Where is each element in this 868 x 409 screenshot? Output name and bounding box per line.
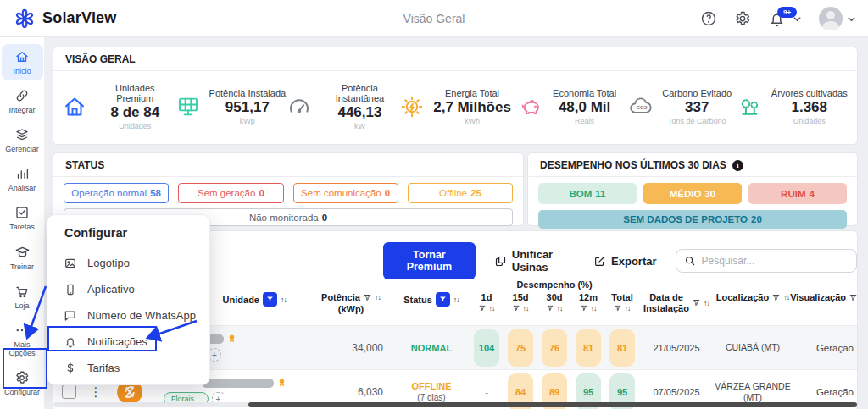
chevron-down-icon[interactable]	[847, 14, 856, 24]
premium-medal-icon	[227, 334, 236, 345]
perf-cell-30d: 76	[542, 329, 567, 367]
menu-item-label: Número de WhatsApp	[87, 309, 196, 322]
filter-icon[interactable]	[581, 305, 587, 312]
col-perf-30d[interactable]: 30d ↑↓	[537, 292, 571, 312]
perf-cell-15d: 75	[508, 329, 533, 367]
col-perf-total[interactable]: Total ↑↓	[605, 292, 639, 312]
power-cell: 6,030	[309, 386, 393, 398]
sort-icon[interactable]: ↑↓	[704, 299, 709, 307]
sort-icon[interactable]: ↑↓	[281, 296, 287, 304]
col-data-instalacao[interactable]: Data de Instalação ↑↓	[639, 292, 714, 313]
sort-icon[interactable]: ↑↓	[783, 293, 789, 301]
layers-icon	[14, 127, 30, 142]
row-checkbox[interactable]	[62, 384, 76, 399]
filter-icon[interactable]	[693, 299, 700, 307]
location-cell: VÁRZEA GRANDE (MT)	[714, 381, 792, 403]
col-visualizacao[interactable]: Visualização	[792, 292, 858, 302]
sort-icon[interactable]: ↑↓	[453, 296, 459, 304]
filter-icon[interactable]	[513, 305, 520, 312]
chip-label: RUIM	[781, 189, 805, 199]
sort-icon[interactable]: ↑↓	[375, 293, 381, 301]
solarview-logo-icon	[14, 8, 36, 30]
row-menu-icon[interactable]: ⋮	[90, 384, 103, 400]
sidebar-item-tarefas[interactable]: Tarefas	[2, 200, 43, 236]
search-input[interactable]	[702, 255, 849, 267]
perf-chip-medio[interactable]: MÉDIO 30	[643, 183, 742, 204]
filter-icon[interactable]	[615, 305, 621, 312]
sort-icon[interactable]: ↑↓	[489, 304, 495, 312]
sidebar-item-label: Integrar	[8, 106, 35, 114]
column-label: (kWp)	[338, 304, 364, 314]
sidebar-item-integrar[interactable]: Integrar	[2, 83, 43, 119]
filter-icon[interactable]	[364, 294, 371, 301]
search-box[interactable]	[676, 249, 857, 273]
filter-icon[interactable]	[436, 292, 450, 307]
stat-unit: Tons de Carbono	[662, 117, 732, 125]
status-chip-sem-comunicacao[interactable]: Sem comunicação 0	[293, 183, 398, 203]
column-label: Status	[403, 295, 432, 305]
col-perf-1d[interactable]: 1d ↑↓	[470, 292, 504, 312]
chip-count: 4	[809, 189, 814, 199]
status-chip-offline[interactable]: Offline 25	[408, 183, 513, 203]
sidebar-item-analisar[interactable]: Analisar	[2, 161, 43, 197]
menu-item-notificacoes[interactable]: Notificações	[47, 329, 209, 355]
sort-icon[interactable]: ↑↓	[625, 304, 631, 312]
stat-value: 1.368	[771, 99, 848, 116]
menu-item-aplicativo[interactable]: Aplicativo	[47, 276, 209, 302]
chip-label: Offline	[439, 188, 467, 198]
stat-unit: kW	[320, 122, 399, 130]
sidebar-item-configurar[interactable]: Configurar	[2, 365, 43, 401]
status-chip-sem-geracao[interactable]: Sem geração 0	[178, 183, 283, 203]
filter-icon[interactable]	[263, 292, 277, 307]
avatar[interactable]	[819, 7, 843, 30]
menu-item-tarifas[interactable]: Tarifas	[47, 355, 209, 381]
horizontal-scrollbar-track[interactable]	[53, 402, 858, 407]
col-status[interactable]: Status ↑↓	[393, 292, 470, 307]
help-icon[interactable]	[700, 10, 717, 27]
info-icon[interactable]: i	[732, 160, 743, 171]
col-perf-12m[interactable]: 12m ↑↓	[571, 292, 605, 312]
chip-count: 11	[595, 189, 605, 199]
user-menu[interactable]	[819, 7, 856, 30]
filter-icon[interactable]	[547, 305, 554, 312]
stat-label: Potência Instalada	[209, 88, 287, 98]
sort-icon[interactable]: ↑↓	[523, 304, 529, 312]
sidebar-item-inicio[interactable]: Inicio	[2, 44, 43, 80]
filter-icon[interactable]	[772, 294, 780, 301]
config-menu-title: Configurar	[47, 224, 209, 250]
filter-icon[interactable]	[849, 294, 857, 301]
exportar-button[interactable]: Exportar	[593, 255, 656, 268]
stat-potencia-instalada: Potência Instalada 951,17 kWp	[175, 83, 287, 130]
col-perf-15d[interactable]: 15d ↑↓	[504, 292, 537, 312]
brand[interactable]: SolarView	[14, 8, 117, 30]
status-chip-operacao-normal[interactable]: Operação normal 58	[64, 183, 169, 203]
sidebar-item-loja[interactable]: Loja	[2, 279, 43, 315]
col-localizacao[interactable]: Localização ↑↓	[714, 292, 792, 302]
settings-gear-icon[interactable]	[734, 10, 751, 27]
merge-copy-icon	[494, 255, 507, 268]
unificar-usinas-button[interactable]: Unificar Usinas	[494, 248, 575, 274]
menu-item-numero-whatsapp[interactable]: Número de WhatsApp	[47, 302, 209, 329]
power-cell: 34,000	[309, 342, 393, 354]
column-label: Visualização	[790, 292, 846, 302]
menu-item-logotipo[interactable]: Logotipo	[47, 250, 209, 276]
filter-icon[interactable]	[479, 305, 486, 312]
sort-icon[interactable]: ↑↓	[557, 304, 563, 312]
chip-label: MÉDIO	[670, 189, 702, 199]
perf-chip-bom[interactable]: BOM 11	[538, 183, 637, 204]
sidebar-item-mais-opcoes[interactable]: Mais Opções	[2, 318, 43, 362]
perf-chip-sem-dados[interactable]: SEM DADOS DE PROJETO 20	[538, 210, 847, 229]
col-potencia[interactable]: Potência ↑↓ (kWp)	[309, 292, 393, 314]
link-icon	[14, 88, 30, 103]
stat-unit: Unidades	[96, 122, 175, 130]
sort-icon[interactable]: ↑↓	[591, 304, 597, 312]
tornar-premium-button[interactable]: Tornar Premium	[383, 242, 476, 279]
stat-label: Energia Total	[433, 88, 511, 98]
sun-energy-icon	[399, 94, 425, 119]
perf-cell-12m: 81	[576, 329, 601, 367]
horizontal-scrollbar-thumb[interactable]	[248, 402, 857, 407]
perf-chip-ruim[interactable]: RUIM 4	[748, 183, 847, 204]
sidebar-item-treinar[interactable]: Treinar	[2, 239, 43, 276]
sidebar-item-gerenciar[interactable]: Gerenciar	[2, 122, 43, 158]
stat-label: Árvores cultivadas	[771, 88, 848, 98]
